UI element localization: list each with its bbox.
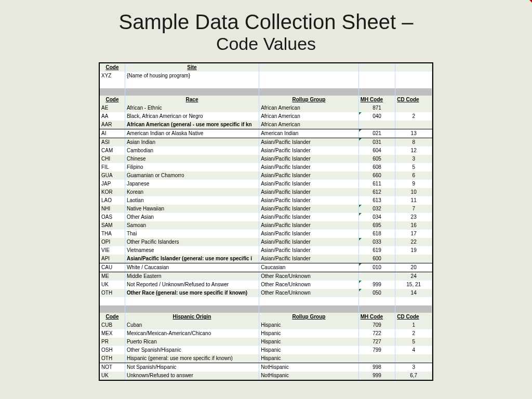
table-row: MEXMexican/Mexican-American/ChicanoHispa… (100, 329, 432, 338)
table-row: NHINative HawaiianAsian/Pacific Islander… (100, 205, 432, 213)
table-row: JAPJapaneseAsian/Pacific Islander6119 (100, 180, 432, 188)
table-row: LAOLaotianAsian/Pacific Islander61311 (100, 196, 432, 205)
table-row: PRPuerto RicanHispanic7275 (100, 338, 432, 346)
table-row: CHIChineseAsian/Pacific Islander6053 (100, 155, 432, 163)
code-table: CodeSiteXYZ{Name of housing program}Code… (100, 63, 432, 380)
table-row: UKNot Reported / Unknown/Refused to Answ… (100, 281, 432, 289)
table-row: FILFilipinoAsian/Pacific Islander6085 (100, 163, 432, 171)
hispanic-header-row: CodeHispanic OriginRollup GroupMH CodeCD… (100, 313, 432, 321)
title-block: Sample Data Collection Sheet – Code Valu… (0, 0, 532, 59)
table-row: ASIAsian IndianAsian/Pacific Islander031… (100, 138, 432, 147)
table-row: AABlack, African American or NegroAfrica… (100, 112, 432, 121)
data-sheet: CodeSiteXYZ{Name of housing program}Code… (99, 62, 433, 381)
table-row: SAMSamoanAsian/Pacific Islander69516 (100, 221, 432, 230)
race-header-row: CodeRaceRollup GroupMH CodeCD Code (100, 96, 432, 104)
site-name: {Name of housing program} (125, 72, 259, 80)
table-row: THAThaiAsian/Pacific Islander61817 (100, 230, 432, 238)
table-row: AARAfrican American (general - use more … (100, 121, 432, 129)
header-code: Code (100, 63, 125, 72)
site-code: XYZ (100, 72, 125, 80)
table-row: NOTNot Spanish/HispanicNotHispanic9983 (100, 363, 432, 372)
table-row: AEAfrican - EthnicAfrican American871 (100, 104, 432, 112)
table-row: MEMiddle EasternOther Race/Unknown24 (100, 272, 432, 281)
table-row: UKUnknown/Refused to answerNotHispanic99… (100, 371, 432, 380)
page-title-main: Sample Data Collection Sheet – (119, 10, 414, 33)
table-row: CUBCubanHispanic7091 (100, 321, 432, 329)
table-row: CAMCambodianAsian/Pacific Islander60412 (100, 147, 432, 155)
table-row: GUAGuamanian or ChamorroAsian/Pacific Is… (100, 171, 432, 180)
table-row: CAUWhite / CaucasianCaucasian01020 (100, 263, 432, 272)
page-title-sub: Code Values (216, 34, 316, 54)
table-row: VIEVietnameseAsian/Pacific Islander61919 (100, 246, 432, 255)
table-row: OSHOther Spanish/HispanicHispanic7994 (100, 346, 432, 354)
table-row: OASOther AsianAsian/Pacific Islander0342… (100, 213, 432, 221)
table-row: OTHHispanic (general: use more specific … (100, 354, 432, 363)
table-row: APIAsian/Pacific Islander (general: use … (100, 255, 432, 263)
table-row: OTHOther Race (general: use more specifi… (100, 289, 432, 297)
table-row: AIAmerican Indian or Alaska NativeAmeric… (100, 129, 432, 138)
header-site: Site (125, 63, 259, 72)
table-row: KORKoreanAsian/Pacific Islander61210 (100, 188, 432, 196)
table-row: OPIOther Pacific IslandersAsian/Pacific … (100, 238, 432, 246)
